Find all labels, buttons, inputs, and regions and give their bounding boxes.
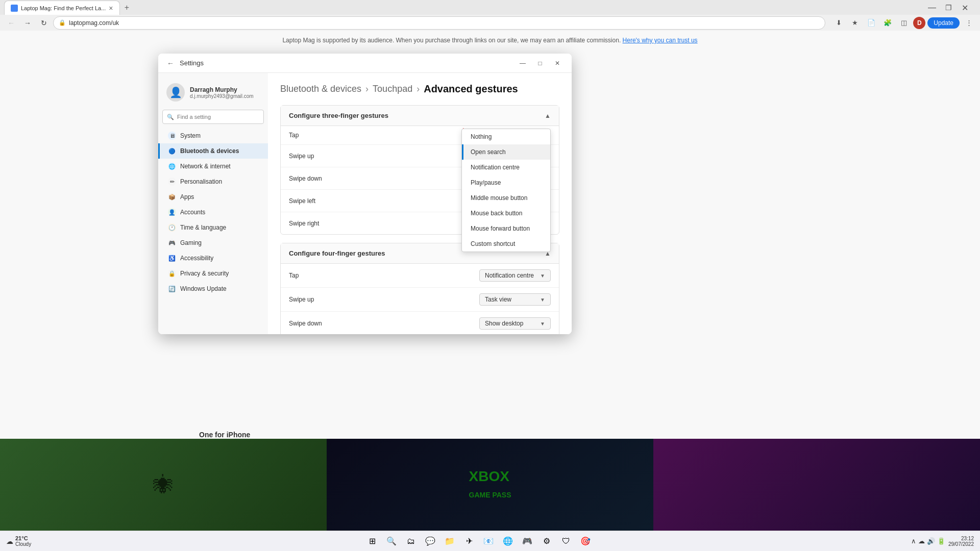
nav-bar: ← → ↻ 🔒 laptopmag.com/uk ⬇ ★ 📄 🧩 ◫ D Upd… [0,15,980,31]
sidebar-item-accessibility[interactable]: ♿ Accessibility [158,251,268,266]
settings-body: 👤 Darragh Murphy d.j.murphy2493@gmail.co… [158,73,572,334]
sidebar-item-accounts[interactable]: 👤 Accounts [158,205,268,220]
sidebar-item-bluetooth[interactable]: 🔵 Bluetooth & devices [158,143,268,159]
task-view-button[interactable]: 🗂 [403,533,419,549]
file-explorer-button[interactable]: 📁 [442,533,458,549]
article-image-2[interactable]: XBOXGAME PASS [327,439,653,531]
breadcrumb: Bluetooth & devices › Touchpad › Advance… [280,83,559,95]
lock-icon: 🔒 [59,19,66,26]
settings-search-input[interactable] [177,114,259,120]
weather-desc: Cloudy [15,541,31,547]
three-finger-chevron: ▲ [545,112,551,119]
popup-item-custom-shortcut[interactable]: Custom shortcut [462,236,550,252]
search-icon: 🔍 [167,114,174,120]
affiliate-link[interactable]: Here's why you can trust us [623,37,698,44]
window-controls: — □ ✕ [514,56,566,70]
article-image-3[interactable] [653,439,980,531]
browser-taskbar-button[interactable]: 🌐 [500,533,516,549]
browser-minimize[interactable]: — [925,1,939,15]
tab-favicon [11,5,18,12]
settings-taskbar-button[interactable]: ⚙ [538,533,555,549]
steam-button[interactable]: 🎯 [577,533,594,549]
four-finger-title: Configure four-finger gestures [289,249,385,257]
settings-titlebar: ← Settings — □ ✕ [158,54,572,73]
flight-button[interactable]: ✈ [461,533,477,549]
sidebar-icon[interactable]: ◫ [897,16,911,30]
mail-button[interactable]: 📧 [480,533,497,549]
chat-button[interactable]: 💬 [422,533,438,549]
popup-item-mouse-back[interactable]: Mouse back button [462,206,550,221]
update-button[interactable]: Update [927,17,960,29]
sidebar-item-time[interactable]: 🕐 Time & language [158,220,268,235]
active-tab[interactable]: Laptop Mag: Find the Perfect La... × [4,1,120,15]
tray-expand[interactable]: ∧ [911,537,916,545]
settings-main: Bluetooth & devices › Touchpad › Advance… [268,73,572,334]
accessibility-icon: ♿ [168,254,176,262]
privacy-icon: 🔒 [168,269,176,278]
user-name: Darragh Murphy [190,86,254,93]
settings-back-button[interactable]: ← [164,57,177,69]
tap-dropdown-four[interactable]: Notification centre ▼ [479,269,551,282]
swipe-up-label-four: Swipe up [289,296,314,303]
tray-volume[interactable]: 🔊 [927,537,935,545]
tap-dropdown-popup[interactable]: Nothing Open search Notification centre … [461,129,551,252]
breadcrumb-item-1[interactable]: Bluetooth & devices [280,84,361,94]
article-label: One for iPhone [199,431,250,439]
swipe-up-dropdown-four[interactable]: Task view ▼ [479,293,551,306]
sidebar-item-apps[interactable]: 📦 Apps [158,189,268,205]
close-button[interactable]: ✕ [549,56,566,70]
sidebar-item-gaming[interactable]: 🎮 Gaming [158,235,268,251]
reader-mode-icon[interactable]: 📄 [864,16,878,30]
back-button[interactable]: ← [4,16,18,30]
tab-close-button[interactable]: × [109,4,113,12]
popup-item-nothing[interactable]: Nothing [462,129,550,144]
swipe-up-value-four: Task view [485,296,511,303]
sidebar-item-system[interactable]: 🖥 System [158,128,268,143]
xbox-taskbar-button[interactable]: 🎮 [519,533,535,549]
sidebar-item-network[interactable]: 🌐 Network & internet [158,159,268,174]
reload-button[interactable]: ↻ [37,16,51,30]
taskbar-right: ∧ ☁ 🔊 🔋 23:12 29/07/2022 [911,536,974,547]
user-section: 👤 Darragh Murphy d.j.murphy2493@gmail.co… [158,79,268,110]
swipe-down-dropdown-four[interactable]: Show desktop ▼ [479,317,551,330]
address-bar[interactable]: 🔒 laptopmag.com/uk [53,16,825,30]
settings-search-box[interactable]: 🔍 [162,110,264,124]
minimize-button[interactable]: — [514,56,531,70]
three-finger-header[interactable]: Configure three-finger gestures ▲ [281,106,559,126]
popup-item-notification-centre[interactable]: Notification centre [462,160,550,175]
tray-battery[interactable]: 🔋 [937,537,945,545]
popup-item-middle-mouse[interactable]: Middle mouse button [462,190,550,206]
browser-close[interactable]: ✕ [958,1,972,15]
tray-network[interactable]: ☁ [918,537,925,545]
search-taskbar-button[interactable]: 🔍 [383,533,400,549]
article-image-1[interactable] [0,439,327,531]
datetime[interactable]: 23:12 29/07/2022 [948,536,974,547]
sidebar-item-personalisation[interactable]: ✏ Personalisation [158,174,268,189]
sidebar-item-windows-update[interactable]: 🔄 Windows Update [158,281,268,296]
sidebar-label-windows-update: Windows Update [180,285,227,292]
settings-icon[interactable]: ⋮ [962,16,976,30]
start-button[interactable]: ⊞ [364,533,380,549]
sidebar-item-privacy[interactable]: 🔒 Privacy & security [158,266,268,281]
breadcrumb-current: Advanced gestures [424,83,518,95]
tab-title: Laptop Mag: Find the Perfect La... [21,5,106,11]
popup-item-mouse-forward[interactable]: Mouse forward button [462,221,550,236]
antivirus-button[interactable]: 🛡 [558,533,574,549]
bluetooth-icon: 🔵 [168,147,176,155]
article-images: XBOXGAME PASS [0,439,980,531]
profile-avatar[interactable]: D [913,17,925,29]
bookmark-icon[interactable]: ★ [848,16,862,30]
user-email: d.j.murphy2493@gmail.com [190,93,254,99]
affiliate-banner: Laptop Mag is supported by its audience.… [0,31,980,50]
forward-button[interactable]: → [20,16,35,30]
save-page-icon[interactable]: ⬇ [831,16,846,30]
extensions-icon[interactable]: 🧩 [880,16,895,30]
breadcrumb-item-2[interactable]: Touchpad [373,84,412,94]
popup-item-open-search[interactable]: Open search [462,144,550,160]
popup-item-play-pause[interactable]: Play/pause [462,175,550,190]
new-tab-button[interactable]: + [120,1,134,15]
sidebar-label-gaming: Gaming [180,239,202,246]
system-tray: ∧ ☁ 🔊 🔋 [911,537,945,545]
browser-restore[interactable]: ❐ [941,1,955,15]
maximize-button[interactable]: □ [532,56,548,70]
